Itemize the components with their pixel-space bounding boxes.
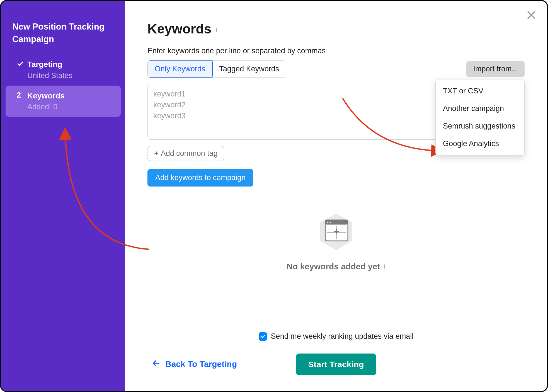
- empty-state-icon: [315, 212, 357, 255]
- sidebar-item-targeting[interactable]: Targeting United States: [6, 54, 121, 86]
- sidebar-item-sublabel: Added: 0: [27, 103, 65, 111]
- segment-tagged-keywords[interactable]: Tagged Keywords: [213, 61, 286, 78]
- check-icon: [17, 59, 27, 69]
- svg-point-6: [329, 222, 331, 223]
- page-title-text: Keywords: [147, 21, 211, 37]
- import-option-another-campaign[interactable]: Another campaign: [436, 100, 524, 117]
- email-updates-label: Send me weekly ranking updates via email: [271, 332, 414, 341]
- import-dropdown: TXT or CSV Another campaign Semrush sugg…: [435, 79, 525, 156]
- import-from-wrapper: Import from... TXT or CSV Another campai…: [466, 61, 525, 77]
- import-from-button[interactable]: Import from...: [466, 61, 525, 77]
- import-option-txt-csv[interactable]: TXT or CSV: [436, 82, 524, 100]
- step-number: 2: [17, 91, 21, 100]
- empty-state: No keywords added yet i: [147, 212, 525, 271]
- sidebar-item-sublabel: United States: [27, 71, 72, 80]
- sidebar: New Position Tracking Campaign Targeting…: [1, 1, 125, 391]
- segmented-control: Only Keywords Tagged Keywords: [147, 60, 286, 78]
- plus-icon: +: [154, 149, 159, 158]
- back-to-targeting-link[interactable]: Back To Targeting: [152, 359, 237, 369]
- add-common-tag-button[interactable]: + Add common tag: [147, 146, 224, 161]
- close-icon[interactable]: [526, 9, 537, 22]
- import-option-semrush-suggestions[interactable]: Semrush suggestions: [436, 117, 524, 135]
- add-keywords-button[interactable]: Add keywords to campaign: [147, 169, 253, 187]
- controls-row: Only Keywords Tagged Keywords Import fro…: [147, 60, 525, 78]
- svg-point-5: [327, 222, 328, 223]
- empty-state-label: No keywords added yet: [287, 262, 380, 271]
- info-icon[interactable]: i: [215, 24, 217, 34]
- nav-row: Back To Targeting Start Tracking: [147, 353, 525, 375]
- page-title: Keywords i: [147, 21, 525, 37]
- start-tracking-button[interactable]: Start Tracking: [296, 354, 376, 375]
- svg-rect-4: [325, 220, 348, 225]
- add-tag-label: Add common tag: [161, 149, 218, 158]
- back-label: Back To Targeting: [165, 359, 237, 369]
- email-updates-row: Send me weekly ranking updates via email: [147, 332, 525, 341]
- info-icon[interactable]: i: [383, 262, 385, 271]
- sidebar-item-label: Keywords: [27, 91, 65, 101]
- sidebar-item-keywords[interactable]: 2 Keywords Added: 0: [6, 86, 121, 117]
- instruction-text: Enter keywords one per line or separated…: [147, 47, 525, 55]
- bottom-row: Send me weekly ranking updates via email…: [147, 332, 525, 375]
- sidebar-title: New Position Tracking Campaign: [1, 21, 125, 54]
- segment-only-keywords[interactable]: Only Keywords: [147, 60, 213, 78]
- empty-state-text: No keywords added yet i: [287, 262, 385, 271]
- modal: New Position Tracking Campaign Targeting…: [0, 0, 548, 392]
- main-panel: Keywords i Enter keywords one per line o…: [125, 1, 547, 391]
- email-updates-checkbox[interactable]: [259, 332, 267, 341]
- sidebar-item-label: Targeting: [27, 59, 72, 70]
- arrow-left-icon: [152, 359, 160, 369]
- import-option-google-analytics[interactable]: Google Analytics: [436, 135, 524, 153]
